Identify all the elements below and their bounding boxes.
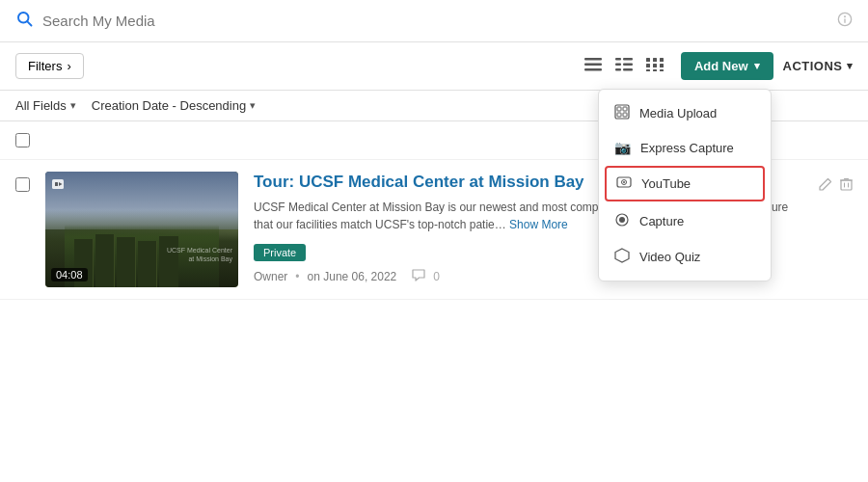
item-checkbox-col (15, 172, 30, 196)
sort-dropdown[interactable]: Creation Date - Descending ▾ (92, 98, 256, 113)
actions-button[interactable]: ACTIONS ▾ (783, 59, 854, 73)
svg-rect-17 (646, 64, 650, 67)
svg-rect-5 (584, 58, 602, 61)
all-fields-label: All Fields (15, 98, 67, 113)
search-icon (15, 10, 33, 32)
all-fields-chevron-icon: ▾ (70, 99, 76, 112)
svg-point-30 (623, 181, 625, 183)
dropdown-item-capture[interactable]: Capture (599, 203, 771, 239)
dropdown-item-media-upload[interactable]: Media Upload (599, 95, 771, 131)
svg-rect-9 (623, 58, 633, 61)
search-bar (0, 0, 868, 42)
video-quiz-icon (614, 248, 630, 266)
media-upload-label: Media Upload (639, 106, 717, 120)
edit-button[interactable] (819, 177, 832, 194)
video-duration: 04:08 (51, 268, 88, 281)
filters-arrow-icon: › (67, 59, 70, 73)
owner-label: Owner (254, 270, 287, 283)
svg-rect-26 (617, 113, 621, 117)
capture-icon (614, 212, 630, 230)
svg-rect-24 (617, 107, 621, 111)
svg-rect-21 (653, 69, 657, 71)
add-new-button[interactable]: Add New ▾ (681, 52, 773, 80)
express-capture-icon: 📷 (614, 140, 631, 155)
video-quiz-label: Video Quiz (639, 250, 700, 264)
separator: • (295, 270, 299, 283)
svg-rect-8 (615, 58, 621, 61)
svg-rect-13 (623, 68, 633, 71)
private-badge: Private (254, 244, 306, 261)
add-new-dropdown: Media Upload 📷 Express Capture YouTube (598, 89, 772, 281)
media-actions (819, 172, 853, 194)
dropdown-item-youtube[interactable]: YouTube (605, 166, 765, 201)
comment-count: 0 (433, 270, 440, 283)
svg-rect-15 (653, 58, 657, 62)
media-upload-icon (614, 104, 630, 122)
actions-label: ACTIONS (783, 59, 843, 73)
show-more-link[interactable]: Show More (509, 218, 568, 231)
actions-chevron-icon: ▾ (847, 60, 854, 72)
comment-icon (412, 269, 425, 284)
svg-rect-25 (623, 107, 627, 111)
video-type-icon (51, 177, 65, 194)
svg-rect-27 (623, 113, 627, 117)
info-icon (837, 12, 853, 31)
list-view-1-button[interactable] (581, 56, 606, 77)
svg-rect-37 (841, 180, 852, 190)
filters-label: Filters (28, 59, 62, 73)
media-thumbnail[interactable]: UCSF Medical Centerat Mission Bay 04:08 (45, 172, 238, 287)
select-all-checkbox[interactable] (15, 133, 30, 147)
svg-rect-18 (653, 64, 657, 67)
all-fields-dropdown[interactable]: All Fields ▾ (15, 98, 76, 113)
express-capture-label: Express Capture (640, 141, 734, 155)
svg-line-1 (27, 21, 31, 25)
view-toggle-group (581, 56, 667, 77)
svg-point-32 (619, 217, 625, 223)
svg-rect-11 (623, 63, 633, 66)
svg-rect-16 (660, 58, 664, 62)
add-new-label: Add New (694, 59, 748, 73)
youtube-icon (616, 174, 632, 193)
dropdown-item-express-capture[interactable]: 📷 Express Capture (599, 131, 771, 164)
item-checkbox[interactable] (15, 177, 30, 192)
capture-label: Capture (639, 214, 684, 228)
toolbar: Filters › (0, 42, 868, 91)
svg-rect-14 (646, 58, 650, 62)
svg-rect-20 (646, 69, 650, 71)
svg-rect-22 (660, 69, 664, 71)
svg-rect-10 (615, 63, 621, 66)
dropdown-item-video-quiz[interactable]: Video Quiz (599, 239, 771, 275)
svg-rect-7 (584, 68, 602, 71)
search-input[interactable] (42, 13, 827, 29)
sort-chevron-icon: ▾ (250, 99, 256, 112)
list-view-2-button[interactable] (611, 56, 637, 77)
svg-rect-19 (660, 64, 664, 67)
filters-button[interactable]: Filters › (15, 53, 84, 79)
sort-label: Creation Date - Descending (92, 98, 246, 113)
svg-rect-6 (584, 63, 602, 66)
date-label: on June 06, 2022 (308, 270, 397, 283)
svg-marker-33 (615, 249, 629, 262)
delete-button[interactable] (840, 177, 853, 194)
add-new-chevron-icon: ▾ (754, 60, 760, 72)
svg-rect-35 (55, 182, 58, 186)
grid-view-button[interactable] (642, 56, 667, 77)
svg-rect-12 (615, 68, 621, 71)
youtube-label: YouTube (641, 176, 691, 191)
